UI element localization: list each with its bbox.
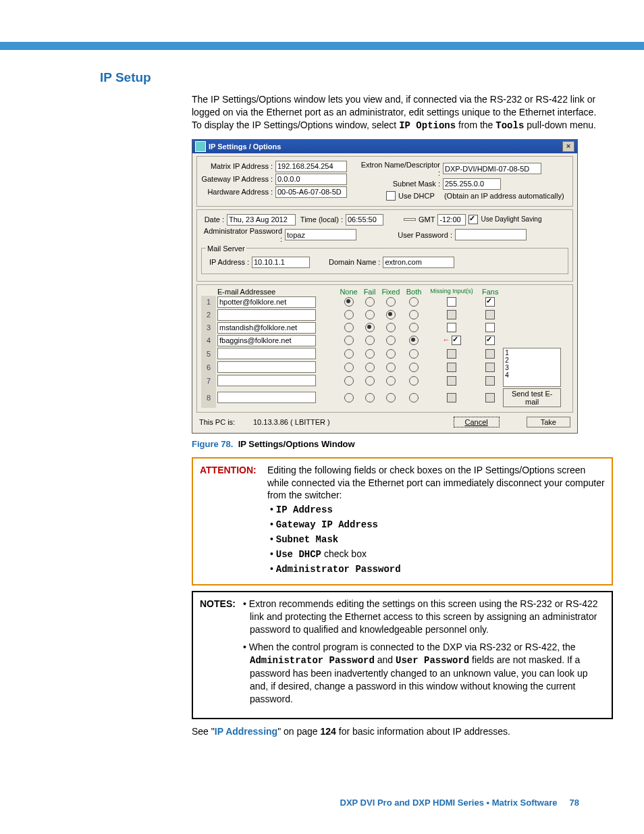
user-pw-input[interactable] [455, 229, 527, 240]
window-title: IP Settings / Options [209, 142, 281, 151]
date-input[interactable] [227, 214, 296, 226]
code-user-password: User Password [396, 655, 469, 666]
email-header-fail: Fail [361, 288, 379, 296]
notes-box: NOTES: • Extron recommends editing the s… [192, 591, 613, 719]
radio-none[interactable] [344, 297, 354, 307]
radio-fixed[interactable] [386, 376, 396, 386]
radio-fail[interactable] [365, 336, 375, 345]
radio-none[interactable] [344, 363, 354, 372]
domain-input[interactable] [383, 257, 454, 268]
email-header-fixed: Fixed [378, 288, 403, 296]
radio-fixed[interactable] [386, 336, 396, 345]
attention-box: ATTENTION: Editing the following fields … [192, 457, 613, 585]
fans-checkbox[interactable] [485, 363, 495, 372]
time-input[interactable] [346, 214, 383, 226]
fans-checkbox[interactable] [485, 376, 495, 386]
fans-checkbox[interactable] [485, 349, 495, 359]
matrix-ip-label: Matrix IP Address : [201, 162, 273, 170]
radio-none[interactable] [344, 349, 354, 359]
table-row: 8Send test E-mail [201, 388, 568, 408]
missing-checkbox[interactable] [447, 323, 456, 332]
fans-checkbox[interactable] [485, 297, 495, 307]
missing-checkbox[interactable] [452, 336, 461, 345]
radio-both[interactable] [409, 363, 419, 372]
radio-fail[interactable] [365, 323, 375, 332]
radio-fail[interactable] [365, 376, 375, 386]
take-button[interactable]: Take [527, 417, 570, 427]
email-addr-input[interactable] [217, 392, 316, 403]
see-also: See "IP Addressing" on page 124 for basi… [192, 726, 579, 737]
radio-both[interactable] [409, 376, 419, 386]
daylight-checkbox[interactable] [468, 215, 478, 224]
radio-none[interactable] [344, 310, 354, 319]
radio-both[interactable] [409, 336, 419, 345]
send-test-listbox[interactable]: 1 2 3 4 [503, 348, 561, 387]
hardware-addr-input[interactable] [275, 186, 347, 198]
time-label: Time (local) : [298, 215, 343, 224]
missing-checkbox[interactable] [447, 297, 456, 307]
fans-checkbox[interactable] [485, 310, 495, 319]
daylight-label: Use Daylight Saving [481, 216, 541, 223]
admin-pw-input[interactable] [285, 229, 356, 240]
radio-fail[interactable] [365, 310, 375, 319]
radio-both[interactable] [409, 349, 419, 359]
missing-checkbox[interactable] [447, 376, 456, 386]
ip-fields-group: Matrix IP Address : Gateway IP Address :… [196, 156, 573, 207]
radio-both[interactable] [409, 393, 419, 402]
radio-fail[interactable] [365, 349, 375, 359]
cancel-button[interactable]: Cancel [454, 417, 500, 427]
ip-addressing-link[interactable]: IP Addressing [215, 726, 277, 737]
email-addr-input[interactable] [217, 309, 316, 321]
missing-checkbox[interactable] [447, 363, 456, 372]
see-text: See " [192, 726, 215, 737]
radio-fixed[interactable] [386, 297, 396, 307]
radio-fail[interactable] [365, 393, 375, 402]
radio-none[interactable] [344, 376, 354, 386]
note-item: • When the control program is connected … [243, 641, 605, 705]
gmt-input[interactable] [437, 214, 466, 226]
missing-checkbox[interactable] [447, 393, 456, 402]
radio-fail[interactable] [365, 297, 375, 307]
close-icon[interactable]: × [562, 141, 574, 152]
radio-fixed[interactable] [386, 393, 396, 402]
missing-checkbox[interactable] [447, 310, 456, 319]
use-dhcp-hint: (Obtain an IP address automatically) [444, 192, 564, 200]
send-test-button[interactable]: Send test E-mail [503, 388, 561, 407]
radio-fixed[interactable] [386, 363, 396, 372]
radio-fail[interactable] [365, 363, 375, 372]
subnet-input[interactable] [443, 178, 501, 190]
email-header-both: Both [403, 288, 425, 296]
extron-name-input[interactable] [443, 163, 541, 174]
radio-both[interactable] [409, 310, 419, 319]
email-addr-input[interactable] [217, 375, 316, 386]
gateway-ip-input[interactable] [275, 174, 347, 185]
email-addr-input[interactable] [217, 296, 316, 308]
intro-text: pull-down menu. [524, 120, 596, 130]
use-dhcp-checkbox[interactable] [386, 191, 396, 201]
sync-time-button[interactable] [404, 218, 416, 221]
radio-none[interactable] [344, 393, 354, 402]
email-addr-input[interactable] [217, 322, 316, 334]
radio-both[interactable] [409, 323, 419, 332]
user-pw-label: User Password : [396, 231, 452, 239]
radio-fixed[interactable] [386, 323, 396, 332]
attention-text: Editing the following fields or check bo… [267, 464, 605, 502]
fans-checkbox[interactable] [485, 336, 495, 345]
email-addr-input[interactable] [217, 348, 316, 359]
fans-checkbox[interactable] [485, 323, 495, 332]
email-addr-input[interactable] [217, 335, 316, 346]
radio-fixed[interactable] [386, 310, 396, 319]
matrix-ip-input[interactable] [275, 161, 347, 172]
missing-checkbox[interactable] [447, 349, 456, 359]
radio-none[interactable] [344, 336, 354, 345]
note-item: • Extron recommends editing the settings… [243, 598, 605, 636]
email-addr-input[interactable] [217, 361, 316, 373]
time-password-group: Date : Time (local) : GMT Use Daylight S… [196, 209, 573, 282]
radio-none[interactable] [344, 323, 354, 332]
mail-ip-input[interactable] [252, 257, 310, 268]
note-text: and [375, 654, 396, 665]
fans-checkbox[interactable] [485, 393, 495, 402]
radio-both[interactable] [409, 297, 419, 307]
code-admin-password: Administrator Password [250, 655, 375, 666]
radio-fixed[interactable] [386, 349, 396, 359]
